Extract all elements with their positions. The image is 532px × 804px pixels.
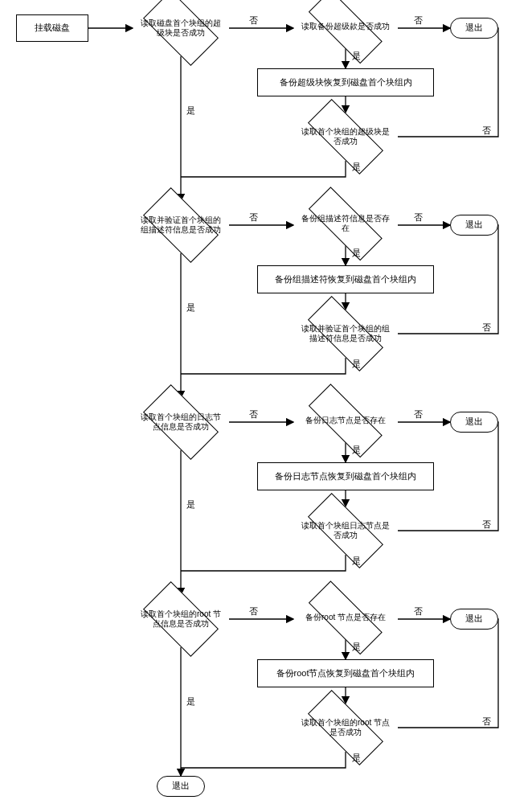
b0-recheck-no: 否 (482, 125, 491, 137)
b0-check-primary-label: 读取磁盘首个块组的超级块是否成功 (133, 0, 229, 56)
b0-restore-label: 备份超级块恢复到磁盘首个块组内 (280, 77, 412, 88)
b1-backup-no: 否 (414, 211, 423, 224)
b3-restore: 备份root节点恢复到磁盘首个块组内 (257, 659, 434, 687)
b0-primary-no: 否 (249, 14, 258, 27)
b1-restore: 备份组描述符恢复到磁盘首个块组内 (257, 265, 434, 293)
b2-restore-label: 备份日志节点恢复到磁盘首个块组内 (275, 471, 416, 482)
b3-recheck-no: 否 (482, 716, 491, 728)
b3-backup-no: 否 (414, 605, 423, 617)
b0-backup-no: 否 (414, 14, 423, 27)
b2-exit: 退出 (450, 412, 498, 433)
b0-exit-label: 退出 (465, 23, 483, 34)
b1-check-backup: 备份组描述符信息是否存在 (293, 201, 398, 245)
b1-exit-label: 退出 (465, 219, 483, 231)
b3-backup-yes: 是 (352, 641, 361, 653)
b3-primary-no: 否 (249, 605, 258, 617)
b0-exit: 退出 (450, 18, 498, 39)
b3-check-backup: 备份root 节点是否存在 (293, 595, 398, 639)
start-mount-disk: 挂载磁盘 (16, 14, 88, 42)
b0-check-primary: 读取磁盘首个块组的超级块是否成功 (133, 0, 229, 56)
b3-exit-label: 退出 (465, 613, 483, 625)
b2-check-primary-label: 读取首个块组的日志节点信息是否成功 (133, 394, 229, 450)
b1-backup-yes: 是 (352, 247, 361, 259)
b2-restore: 备份日志节点恢复到磁盘首个块组内 (257, 462, 434, 490)
b2-recheck-yes: 是 (352, 555, 361, 567)
b3-check-primary-label: 读取首个块组的root 节点信息是否成功 (133, 591, 229, 647)
b0-recheck: 读取首个块组的超级块是否成功 (293, 113, 398, 161)
b3-recheck-label: 读取首个块组的root 节点是否成功 (293, 704, 398, 752)
b1-check-primary: 读取并验证首个块组的组描述符信息是否成功 (133, 197, 229, 253)
b3-restore-label: 备份root节点恢复到磁盘首个块组内 (276, 668, 415, 679)
b0-backup-yes: 是 (352, 50, 361, 62)
b0-primary-yes: 是 (186, 105, 195, 117)
b2-check-backup: 备份日志节点是否存在 (293, 398, 398, 442)
b1-restore-label: 备份组描述符恢复到磁盘首个块组内 (275, 274, 416, 285)
b1-recheck-label: 读取并验证首个块组的组描述符信息是否成功 (293, 310, 398, 358)
b3-recheck: 读取首个块组的root 节点是否成功 (293, 704, 398, 752)
b2-exit-label: 退出 (465, 416, 483, 428)
b2-primary-no: 否 (249, 408, 258, 420)
b2-backup-no: 否 (414, 408, 423, 420)
b1-recheck-yes: 是 (352, 358, 361, 370)
b3-exit: 退出 (450, 609, 498, 630)
final-exit: 退出 (157, 776, 205, 797)
b0-recheck-label: 读取首个块组的超级块是否成功 (293, 113, 398, 161)
b2-check-primary: 读取首个块组的日志节点信息是否成功 (133, 394, 229, 450)
b1-recheck: 读取并验证首个块组的组描述符信息是否成功 (293, 310, 398, 358)
b2-recheck: 读取首个块组日志节点是否成功 (293, 507, 398, 555)
b2-recheck-label: 读取首个块组日志节点是否成功 (293, 507, 398, 555)
b1-recheck-no: 否 (482, 322, 491, 334)
b3-check-primary: 读取首个块组的root 节点信息是否成功 (133, 591, 229, 647)
b2-recheck-no: 否 (482, 519, 491, 531)
b3-primary-yes: 是 (186, 695, 195, 708)
b1-check-backup-label: 备份组描述符信息是否存在 (293, 201, 398, 245)
b3-check-backup-label: 备份root 节点是否存在 (293, 595, 398, 639)
b0-restore: 备份超级块恢复到磁盘首个块组内 (257, 68, 434, 96)
b1-primary-no: 否 (249, 211, 258, 224)
b1-check-primary-label: 读取并验证首个块组的组描述符信息是否成功 (133, 197, 229, 253)
final-exit-label: 退出 (172, 781, 190, 792)
b0-check-backup-label: 读取备份超级款是否成功 (293, 4, 398, 48)
b0-recheck-yes: 是 (352, 161, 361, 173)
b3-recheck-yes: 是 (352, 752, 361, 764)
start-label: 挂载磁盘 (35, 23, 70, 34)
b2-check-backup-label: 备份日志节点是否存在 (293, 398, 398, 442)
b1-primary-yes: 是 (186, 302, 195, 314)
b2-backup-yes: 是 (352, 444, 361, 456)
b2-primary-yes: 是 (186, 498, 195, 511)
b1-exit: 退出 (450, 215, 498, 236)
b0-check-backup: 读取备份超级款是否成功 (293, 4, 398, 48)
